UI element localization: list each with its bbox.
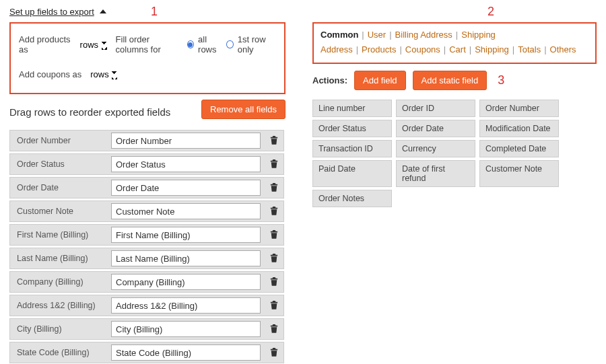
trash-icon[interactable] (265, 347, 283, 359)
field-label: Customer Note (10, 207, 111, 216)
exported-fields-list[interactable]: Order NumberOrder StatusOrder DateCustom… (9, 130, 285, 364)
coupons-as-select[interactable]: rows (86, 67, 122, 82)
tab-common[interactable]: Common (321, 30, 358, 40)
tab-separator: | (362, 30, 364, 40)
field-row[interactable]: Order Date (9, 177, 284, 198)
field-value-input[interactable] (111, 344, 261, 361)
field-row[interactable]: Address 1&2 (Billing) (9, 295, 284, 316)
available-field[interactable]: Order Status (312, 120, 392, 137)
field-label: Order Date (10, 183, 111, 192)
trash-icon[interactable] (265, 277, 283, 288)
tab-products[interactable]: Products (362, 44, 396, 54)
field-category-tabs: Common|User|Billing Address|Shipping Add… (321, 28, 588, 57)
field-label: City (Billing) (10, 324, 111, 334)
add-static-field-button[interactable]: Add static field (413, 71, 487, 90)
trash-icon[interactable] (265, 206, 283, 217)
tab-totals[interactable]: Totals (518, 44, 541, 54)
tab-coupons[interactable]: Coupons (405, 44, 440, 54)
field-label: First Name (Billing) (10, 230, 111, 240)
available-field[interactable]: Completed Date (479, 140, 559, 157)
trash-icon[interactable] (265, 253, 283, 264)
tab-separator: | (356, 44, 358, 54)
actions-label: Actions: (312, 75, 347, 85)
field-value-input[interactable] (111, 156, 261, 172)
field-row[interactable]: Order Status (9, 153, 284, 175)
available-field[interactable]: Transaction ID (312, 140, 392, 157)
fill-columns-label: Fill order columns for (116, 34, 183, 54)
tab-others[interactable]: Others (550, 44, 576, 54)
tab-user[interactable]: User (368, 30, 386, 40)
field-value-input[interactable] (111, 321, 261, 337)
trash-icon[interactable] (265, 229, 283, 241)
field-value-input[interactable] (111, 274, 261, 290)
fill-first-radio[interactable] (226, 40, 233, 48)
callout-3: 3 (498, 73, 504, 87)
available-field[interactable]: Order Date (396, 120, 475, 137)
tab-separator: | (544, 44, 546, 54)
products-as-label: Add products as (19, 34, 71, 54)
available-field[interactable]: Order Number (479, 100, 559, 117)
field-label: Last Name (Billing) (10, 254, 111, 263)
callout-2: 2 (487, 5, 494, 19)
available-field[interactable]: Paid Date (312, 160, 392, 187)
available-field[interactable]: Date of first refund (396, 160, 475, 187)
available-field[interactable]: Modification Date (479, 120, 559, 137)
field-row[interactable]: First Name (Billing) (9, 224, 284, 246)
tab-separator: | (399, 44, 401, 54)
available-field[interactable]: Customer Note (479, 160, 559, 187)
products-as-select[interactable]: rows (75, 37, 112, 52)
remove-all-fields-button[interactable]: Remove all fields (201, 100, 285, 119)
field-label: State Code (Billing) (10, 348, 111, 357)
available-field[interactable]: Order Notes (312, 190, 392, 207)
tab-billing-address[interactable]: Billing Address (395, 30, 452, 40)
field-category-tabs-box: Common|User|Billing Address|Shipping Add… (312, 22, 597, 64)
product-coupon-config-box: Add products as rows Fill order columns … (9, 22, 285, 94)
tab-shipping[interactable]: Shipping (475, 44, 509, 54)
tab-cart[interactable]: Cart (449, 44, 466, 54)
field-row[interactable]: State Code (Billing) (9, 342, 284, 363)
field-value-input[interactable] (111, 227, 261, 243)
tab-separator: | (512, 44, 514, 54)
add-field-button[interactable]: Add field (354, 71, 406, 90)
field-label: Company (Billing) (10, 277, 111, 287)
tab-separator: | (456, 30, 458, 40)
trash-icon[interactable] (265, 159, 283, 170)
field-label: Order Number (10, 136, 111, 145)
callout-1: 1 (151, 5, 158, 19)
reorder-title: Drag rows to reorder exported fields (9, 106, 170, 118)
fill-first-label: 1st row only (238, 34, 276, 54)
trash-icon[interactable] (265, 324, 283, 335)
field-value-input[interactable] (111, 180, 261, 196)
available-field[interactable]: Order ID (396, 100, 475, 117)
trash-icon[interactable] (265, 182, 283, 194)
available-fields-grid: Line numberOrder IDOrder NumberOrder Sta… (312, 100, 597, 207)
field-row[interactable]: Order Number (9, 130, 284, 151)
coupons-as-label: Add coupons as (19, 69, 81, 79)
tab-separator: | (469, 44, 471, 54)
field-row[interactable]: City (Billing) (9, 318, 284, 340)
available-field[interactable]: Line number (312, 100, 392, 117)
tab-separator: | (389, 30, 391, 40)
trash-icon[interactable] (265, 300, 283, 312)
fill-all-label: all rows (198, 34, 222, 54)
setup-fields-toggle[interactable]: Set up fields to export (9, 7, 106, 17)
field-row[interactable]: Company (Billing) (9, 271, 284, 293)
field-label: Address 1&2 (Billing) (10, 301, 111, 310)
available-field[interactable]: Currency (396, 140, 475, 157)
field-row[interactable]: Customer Note (9, 201, 284, 222)
trash-icon[interactable] (265, 135, 283, 147)
field-row[interactable]: Last Name (Billing) (9, 248, 284, 269)
field-value-input[interactable] (111, 250, 261, 266)
field-value-input[interactable] (111, 133, 261, 149)
tab-separator: | (444, 44, 446, 54)
field-value-input[interactable] (111, 297, 261, 314)
field-value-input[interactable] (111, 203, 261, 219)
field-label: Order Status (10, 159, 111, 169)
fill-all-radio[interactable] (187, 40, 194, 48)
